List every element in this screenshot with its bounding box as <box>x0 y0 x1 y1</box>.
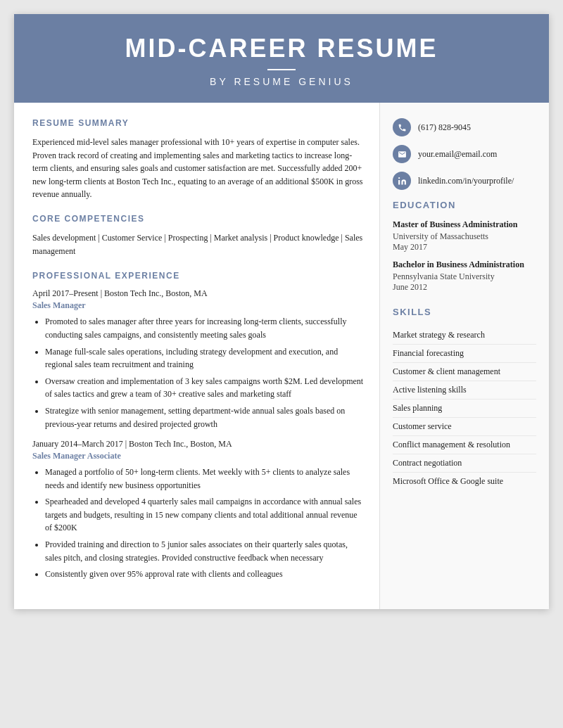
experience-title: PROFESSIONAL EXPERIENCE <box>32 271 364 283</box>
job-2-role: Sales Manager Associate <box>32 451 364 461</box>
email-item: your.email@email.com <box>393 145 536 163</box>
job-1-role: Sales Manager <box>32 300 364 311</box>
list-item: Strategize with senior management, setti… <box>45 404 364 430</box>
phone-icon <box>393 118 411 136</box>
skills-title: SKILLS <box>393 307 536 319</box>
job-2-date: January 2014–March 2017 | Boston Tech In… <box>32 439 364 449</box>
phone-item: (617) 828-9045 <box>393 118 536 136</box>
list-item: Provided training and direction to 5 jun… <box>45 538 364 564</box>
job-1-date: April 2017–Present | Boston Tech Inc., B… <box>32 288 364 299</box>
list-item: Consistently given over 95% approval rat… <box>45 568 364 581</box>
summary-section: RESUME SUMMARY Experienced mid-level sal… <box>32 118 364 201</box>
resume-subtitle: BY RESUME GENIUS <box>28 76 535 87</box>
list-item: Spearheaded and developed 4 quarterly sa… <box>45 495 364 535</box>
job-1: April 2017–Present | Boston Tech Inc., B… <box>32 288 364 430</box>
edu-degree-2: Bachelor in Business Administration Penn… <box>393 260 536 293</box>
skill-item: Active listening skills <box>393 381 536 400</box>
resume-title: MID-CAREER RESUME <box>28 34 535 63</box>
resume-header: MID-CAREER RESUME BY RESUME GENIUS <box>14 14 549 103</box>
email-text: your.email@email.com <box>418 149 497 160</box>
left-column: RESUME SUMMARY Experienced mid-level sal… <box>14 103 380 609</box>
experience-section: PROFESSIONAL EXPERIENCE April 2017–Prese… <box>32 271 364 581</box>
list-item: Promoted to sales manager after three ye… <box>45 315 364 341</box>
degree-2-name: Bachelor in Business Administration <box>393 260 536 270</box>
linkedin-text: linkedin.com/in/yourprofile/ <box>418 176 514 186</box>
degree-1-school: University of Massachusetts May 2017 <box>393 231 536 253</box>
linkedin-icon <box>393 172 411 190</box>
skill-item: Microsoft Office & Google suite <box>393 473 536 490</box>
contact-section: (617) 828-9045 your.email@email.com <box>393 118 536 190</box>
skills-section: SKILLS Market strategy & research Financ… <box>393 307 536 490</box>
degree-1-name: Master of Business Administration <box>393 219 536 230</box>
competencies-title: CORE COMPETENCIES <box>32 214 364 226</box>
skill-item: Customer & client management <box>393 363 536 381</box>
job-2: January 2014–March 2017 | Boston Tech In… <box>32 439 364 581</box>
degree-2-school: Pennsylvania State University June 2012 <box>393 272 536 293</box>
competencies-section: CORE COMPETENCIES Sales development | Cu… <box>32 214 364 258</box>
edu-degree-1: Master of Business Administration Univer… <box>393 219 536 253</box>
skill-item: Market strategy & research <box>393 326 536 345</box>
competencies-text: Sales development | Customer Service | P… <box>32 231 364 258</box>
education-section: EDUCATION Master of Business Administrat… <box>393 200 536 293</box>
resume-document: MID-CAREER RESUME BY RESUME GENIUS RESUM… <box>14 14 549 609</box>
skill-item: Financial forecasting <box>393 345 536 363</box>
job-1-bullets: Promoted to sales manager after three ye… <box>32 315 364 430</box>
skill-item: Customer service <box>393 418 536 436</box>
right-column: (617) 828-9045 your.email@email.com <box>380 103 549 609</box>
list-item: Oversaw creation and implementation of 3… <box>45 375 364 401</box>
list-item: Manage full-scale sales operations, incl… <box>45 345 364 371</box>
summary-text: Experienced mid-level sales manager prof… <box>32 136 364 201</box>
skill-item: Conflict management & resolution <box>393 436 536 454</box>
email-icon <box>393 145 411 163</box>
education-title: EDUCATION <box>393 200 536 212</box>
summary-title: RESUME SUMMARY <box>32 118 364 130</box>
phone-text: (617) 828-9045 <box>418 122 471 133</box>
header-divider <box>267 69 296 70</box>
skill-item: Contract negotiation <box>393 454 536 473</box>
skill-item: Sales planning <box>393 400 536 418</box>
job-2-bullets: Managed a portfolio of 50+ long-term cli… <box>32 466 364 581</box>
linkedin-item: linkedin.com/in/yourprofile/ <box>393 172 536 190</box>
list-item: Managed a portfolio of 50+ long-term cli… <box>45 466 364 492</box>
resume-body: RESUME SUMMARY Experienced mid-level sal… <box>14 103 549 609</box>
